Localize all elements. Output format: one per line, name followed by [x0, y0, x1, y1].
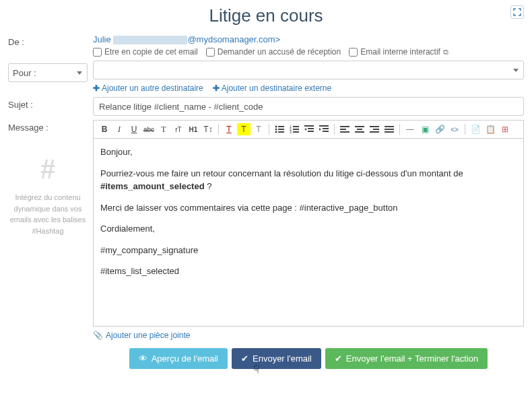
svg-rect-11: [293, 131, 299, 133]
paperclip-icon: 📎: [93, 331, 103, 340]
add-recipient-link[interactable]: ✚ Ajouter un autre destinataire: [93, 83, 203, 93]
toolbar-separator: [334, 124, 335, 135]
heading-button[interactable]: H1: [187, 123, 200, 135]
recipient-select[interactable]: [93, 61, 524, 79]
hashtag-hint-text: Intégrez du contenu dynamique dans vos e…: [8, 192, 88, 236]
external-link-icon: ⧉: [443, 48, 448, 57]
toolbar-separator: [218, 124, 219, 135]
svg-rect-20: [340, 131, 350, 133]
svg-point-2: [275, 129, 277, 131]
svg-point-4: [275, 131, 277, 133]
align-center-icon: [355, 126, 364, 133]
hr-button[interactable]: —: [403, 123, 417, 135]
add-external-recipient-link[interactable]: ✚ Ajouter un destinataire externe: [213, 83, 331, 93]
align-left-button[interactable]: [338, 123, 352, 135]
check-icon: ✔: [241, 354, 248, 364]
expand-button[interactable]: [510, 5, 524, 19]
list-ol-icon: 123: [290, 125, 299, 133]
svg-rect-17: [323, 131, 329, 132]
ul-button[interactable]: [273, 123, 286, 135]
ol-button[interactable]: 123: [288, 123, 301, 135]
align-right-icon: [370, 126, 379, 133]
bold-button[interactable]: B: [98, 123, 111, 135]
svg-rect-1: [278, 126, 284, 127]
svg-rect-15: [319, 125, 329, 127]
indent-icon: [319, 125, 329, 133]
message-label: Message :: [8, 123, 93, 133]
align-justify-icon: [385, 126, 394, 133]
cursor-icon: ☟: [253, 363, 260, 374]
cc-checkbox[interactable]: Etre en copie de cet email: [93, 47, 198, 57]
svg-rect-16: [323, 128, 329, 129]
svg-rect-19: [340, 129, 346, 130]
outdent-button[interactable]: [302, 123, 316, 135]
subject-label: Sujet :: [8, 97, 93, 116]
image-button[interactable]: ▣: [418, 123, 432, 135]
align-right-button[interactable]: [368, 123, 381, 135]
svg-rect-27: [385, 126, 394, 127]
svg-rect-26: [370, 131, 379, 133]
font-size-button[interactable]: T↕: [201, 123, 215, 135]
svg-rect-23: [355, 131, 364, 133]
from-address: Julie @mydsomanager.com>: [93, 34, 280, 44]
svg-rect-12: [304, 125, 314, 127]
svg-rect-7: [293, 126, 299, 127]
merge-button[interactable]: ⊞: [498, 123, 512, 135]
svg-rect-5: [278, 131, 284, 133]
link-button[interactable]: 🔗: [433, 123, 446, 135]
toolbar-separator: [399, 124, 400, 135]
svg-rect-18: [340, 126, 350, 127]
svg-rect-14: [308, 131, 314, 132]
svg-rect-24: [370, 126, 379, 127]
clear-format-button[interactable]: T: [252, 123, 265, 135]
check-icon: ✔: [335, 354, 342, 364]
message-editor[interactable]: Bonjour, Pourriez-vous me faire un retou…: [93, 138, 524, 327]
svg-rect-13: [308, 128, 314, 129]
from-label: De :: [8, 34, 93, 57]
add-attachment-link[interactable]: 📎 Ajouter une pièce jointe: [93, 331, 190, 340]
editor-toolbar: B I U abc T rT H1 T↕ T T T 123: [93, 120, 524, 138]
eye-icon: 👁: [139, 354, 147, 364]
plus-icon: ✚: [93, 83, 100, 93]
svg-rect-29: [385, 131, 394, 133]
toolbar-separator: [269, 124, 269, 135]
font-b-button[interactable]: rT: [172, 123, 185, 135]
align-justify-button[interactable]: [383, 123, 396, 135]
paste-button[interactable]: 📋: [484, 123, 497, 135]
preview-button[interactable]: 👁 Aperçu de l'email: [129, 348, 228, 369]
plus-icon: ✚: [213, 83, 220, 93]
redacted-text: [113, 36, 187, 44]
send-button[interactable]: ✔ Envoyer l'email ☟: [232, 348, 321, 369]
svg-rect-22: [357, 129, 362, 130]
svg-rect-3: [278, 129, 284, 130]
indent-button[interactable]: [317, 123, 331, 135]
svg-rect-28: [385, 129, 394, 130]
expand-icon: [513, 8, 521, 16]
hashtag-icon: #: [8, 149, 88, 189]
align-left-icon: [340, 126, 350, 133]
font-a-button[interactable]: T: [157, 123, 170, 135]
underline-button[interactable]: U: [127, 123, 141, 135]
template-button[interactable]: 📄: [469, 123, 482, 135]
internal-checkbox[interactable]: Email interne interactif ⧉: [349, 47, 448, 57]
send-complete-button[interactable]: ✔ Envoyer l'email + Terminer l'action: [325, 348, 488, 369]
strike-button[interactable]: abc: [142, 123, 156, 135]
align-center-button[interactable]: [353, 123, 366, 135]
bg-color-button[interactable]: T: [237, 123, 251, 135]
svg-text:3: 3: [290, 130, 292, 133]
subject-input[interactable]: [93, 97, 524, 116]
receipt-checkbox[interactable]: Demander un accusé de réception: [206, 47, 341, 57]
italic-button[interactable]: I: [112, 123, 126, 135]
text-color-button[interactable]: T: [222, 123, 236, 135]
page-title: Litige en cours: [8, 5, 524, 26]
svg-rect-25: [373, 129, 379, 130]
list-ul-icon: [275, 125, 284, 133]
recipient-type-select[interactable]: Pour :: [8, 63, 88, 82]
svg-rect-21: [355, 126, 364, 127]
svg-rect-9: [293, 129, 299, 130]
toolbar-separator: [465, 124, 465, 135]
source-button[interactable]: <>: [448, 123, 461, 135]
svg-point-0: [275, 126, 277, 128]
outdent-icon: [304, 125, 314, 133]
